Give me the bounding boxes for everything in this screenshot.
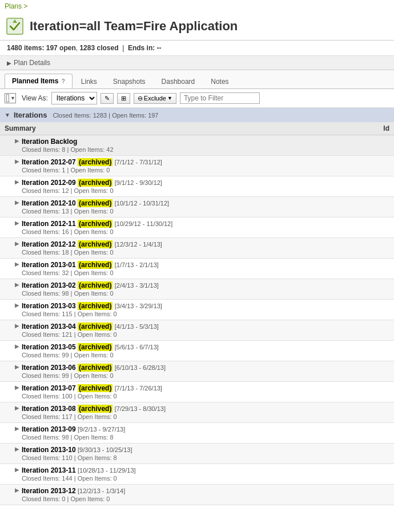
row-expand-icon[interactable]: ▶ bbox=[15, 261, 19, 267]
row-stats: Closed Items: 16 | Open Items: 0 bbox=[22, 228, 367, 235]
row-expand-icon[interactable]: ▶ bbox=[15, 384, 19, 390]
exclude-button[interactable]: ⊖ Exclude ▼ bbox=[134, 93, 176, 104]
row-expand-icon[interactable]: ▶ bbox=[15, 364, 19, 370]
row-name[interactable]: Iteration 2012-09 (archived) [9/1/12 - 9… bbox=[22, 179, 367, 187]
iteration-name-text: Iteration 2012-09 bbox=[22, 179, 78, 187]
plans-link[interactable]: Plans > bbox=[5, 2, 27, 10]
row-expand-icon[interactable]: ▶ bbox=[15, 323, 19, 329]
tab-dashboard[interactable]: Dashboard bbox=[154, 74, 203, 88]
tab-links[interactable]: Links bbox=[74, 74, 104, 88]
row-expand-icon[interactable]: ▶ bbox=[15, 343, 19, 349]
iteration-name-text: Iteration 2012-11 bbox=[22, 220, 78, 228]
table-row: ▶ Iteration 2013-04 (archived) [4/1/13 -… bbox=[0, 320, 394, 341]
row-expand-icon[interactable]: ▶ bbox=[15, 281, 19, 288]
iteration-name-text: Iteration 2013-02 bbox=[22, 281, 78, 289]
table-row: ▶ Iteration 2013-10 [9/30/13 - 10/25/13]… bbox=[0, 444, 394, 464]
view-as-select[interactable]: Iterations bbox=[51, 92, 97, 104]
archived-badge: (archived) bbox=[78, 384, 112, 392]
row-stats: Closed Items: 1 | Open Items: 0 bbox=[22, 167, 367, 174]
exclude-icon: ⊖ bbox=[138, 95, 143, 102]
row-expand-icon[interactable]: ▶ bbox=[15, 425, 19, 432]
row-name[interactable]: Iteration 2013-12 [12/2/13 - 1/3/14] bbox=[22, 487, 367, 495]
row-stats: Closed Items: 0 | Open Items: 0 bbox=[22, 495, 367, 502]
row-name[interactable]: Iteration 2012-10 (archived) [10/1/12 - … bbox=[22, 199, 367, 207]
row-name[interactable]: Iteration 2013-09 [9/2/13 - 9/27/13] bbox=[22, 425, 367, 433]
archived-badge: (archived) bbox=[78, 405, 112, 413]
row-expand-icon[interactable]: ▶ bbox=[15, 199, 19, 205]
planned-items-help[interactable]: ? bbox=[62, 78, 65, 84]
tab-snapshots[interactable]: Snapshots bbox=[106, 74, 153, 88]
row-name[interactable]: Iteration 2013-04 (archived) [4/1/13 - 5… bbox=[22, 323, 367, 331]
table-row: ▶ Iteration 2013-03 (archived) [3/4/13 -… bbox=[0, 300, 394, 320]
table-row: ▶ Iteration 2012-09 (archived) [9/1/12 -… bbox=[0, 176, 394, 197]
archived-badge: (archived) bbox=[78, 179, 112, 187]
date-range: [9/1/12 - 9/30/12] bbox=[115, 179, 162, 186]
row-name[interactable]: Iteration 2013-08 (archived) [7/29/13 - … bbox=[22, 405, 367, 413]
stats-bar: 1480 items: 197 open, 1283 closed | Ends… bbox=[0, 41, 394, 56]
row-expand-icon[interactable]: ▶ bbox=[15, 405, 19, 411]
row-name[interactable]: Iteration 2013-10 [9/30/13 - 10/25/13] bbox=[22, 446, 367, 454]
row-name[interactable]: Iteration 2012-07 (archived) [7/1/12 - 7… bbox=[22, 158, 367, 166]
ends-in-value: -- bbox=[157, 44, 162, 52]
row-name[interactable]: Iteration 2013-05 (archived) [5/6/13 - 6… bbox=[22, 343, 367, 351]
row-name[interactable]: Iteration 2013-11 [10/28/13 - 11/29/13] bbox=[22, 466, 367, 474]
edit-columns-button[interactable]: ✎ bbox=[100, 93, 114, 104]
date-range: [7/1/13 - 7/26/13] bbox=[115, 385, 162, 392]
date-range: [12/2/13 - 1/3/14] bbox=[78, 487, 125, 494]
table-row: ▶ Iteration 2012-07 (archived) [7/1/12 -… bbox=[0, 156, 394, 176]
date-range: [9/30/13 - 10/25/13] bbox=[78, 446, 132, 453]
filter-input[interactable] bbox=[180, 92, 260, 104]
row-name[interactable]: Iteration 2012-11 (archived) [10/29/12 -… bbox=[22, 220, 367, 228]
iteration-name-text: Iteration 2012-10 bbox=[22, 199, 78, 207]
iteration-name-text: Iteration 2013-01 bbox=[22, 261, 78, 269]
row-name[interactable]: Iteration Backlog bbox=[22, 138, 367, 146]
row-expand-icon[interactable]: ▶ bbox=[15, 220, 19, 226]
iteration-name-text: Iteration 2013-08 bbox=[22, 405, 78, 413]
iterations-collapse-icon[interactable]: ▼ bbox=[5, 112, 10, 118]
row-expand-icon[interactable]: ▶ bbox=[15, 487, 19, 493]
row-stats: Closed Items: 13 | Open Items: 0 bbox=[22, 208, 367, 215]
col-id-header: Id bbox=[367, 124, 389, 132]
row-expand-icon[interactable]: ▶ bbox=[15, 466, 19, 473]
row-name[interactable]: Iteration 2013-06 (archived) [6/10/13 - … bbox=[22, 364, 367, 372]
row-stats: Closed Items: 98 | Open Items: 0 bbox=[22, 290, 367, 297]
row-expand-icon[interactable]: ▶ bbox=[15, 179, 19, 185]
date-range: [7/29/13 - 8/30/13] bbox=[115, 405, 166, 412]
table-row: ▶ Iteration Backlog Closed Items: 8 | Op… bbox=[0, 135, 394, 156]
row-stats: Closed Items: 12 | Open Items: 0 bbox=[22, 187, 367, 194]
table-row: ▶ Iteration 2012-11 (archived) [10/29/12… bbox=[0, 217, 394, 238]
row-expand-icon[interactable]: ▶ bbox=[15, 158, 19, 164]
row-expand-icon[interactable]: ▶ bbox=[15, 240, 19, 247]
tab-planned-items[interactable]: Planned Items ? bbox=[5, 74, 73, 88]
layout-icon: ⊞ bbox=[121, 95, 126, 102]
date-range: [10/29/12 - 11/30/12] bbox=[115, 220, 173, 227]
archived-badge: (archived) bbox=[78, 323, 112, 331]
layout-button[interactable]: ⊞ bbox=[117, 93, 130, 104]
row-name[interactable]: Iteration 2013-03 (archived) [3/4/13 - 3… bbox=[22, 302, 367, 310]
date-range: [1/7/13 - 2/1/13] bbox=[115, 261, 159, 268]
row-selector-dropdown[interactable]: ▼ bbox=[5, 93, 16, 103]
archived-badge: (archived) bbox=[78, 281, 112, 289]
row-name[interactable]: Iteration 2013-01 (archived) [1/7/13 - 2… bbox=[22, 261, 367, 269]
row-stats: Closed Items: 99 | Open Items: 0 bbox=[22, 372, 367, 379]
tab-notes[interactable]: Notes bbox=[203, 74, 236, 88]
archived-badge: (archived) bbox=[78, 220, 112, 228]
iteration-name-text: Iteration 2013-10 bbox=[22, 446, 78, 454]
row-expand-icon[interactable]: ▶ bbox=[15, 446, 19, 452]
archived-badge: (archived) bbox=[78, 240, 112, 248]
table-row: ▶ Iteration 2013-05 (archived) [5/6/13 -… bbox=[0, 341, 394, 361]
plan-details-bar[interactable]: ▶ Plan Details bbox=[0, 56, 394, 70]
iterations-title: Iterations bbox=[14, 111, 47, 119]
row-expand-icon[interactable]: ▶ bbox=[15, 138, 19, 144]
iteration-name-text: Iteration 2013-11 bbox=[22, 466, 78, 474]
row-name[interactable]: Iteration 2012-12 (archived) [12/3/12 - … bbox=[22, 240, 367, 248]
col-summary-header: Summary bbox=[5, 124, 367, 132]
row-stats: Closed Items: 8 | Open Items: 42 bbox=[22, 146, 367, 153]
row-stats: Closed Items: 110 | Open Items: 8 bbox=[22, 454, 367, 461]
page-title: Iteration=all Team=Fire Application bbox=[30, 19, 238, 34]
iteration-name-text: Iteration Backlog bbox=[22, 138, 77, 146]
row-name[interactable]: Iteration 2013-02 (archived) [2/4/13 - 3… bbox=[22, 281, 367, 289]
row-expand-icon[interactable]: ▶ bbox=[15, 302, 19, 308]
archived-badge: (archived) bbox=[78, 158, 112, 166]
row-name[interactable]: Iteration 2013-07 (archived) [7/1/13 - 7… bbox=[22, 384, 367, 392]
